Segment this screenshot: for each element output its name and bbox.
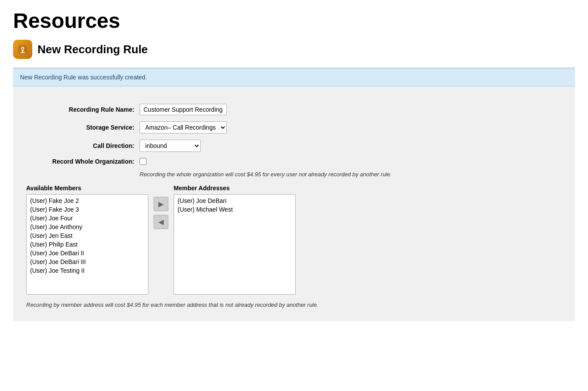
section-header: New Recording Rule xyxy=(13,40,575,59)
call-direction-label: Call Direction: xyxy=(26,142,140,149)
svg-point-5 xyxy=(22,48,23,49)
add-member-button[interactable]: ▶ xyxy=(154,197,168,211)
members-section: Available Members (User) Fake Joe 2 (Use… xyxy=(26,185,562,295)
member-addresses-label: Member Addresses xyxy=(174,185,296,192)
form-section: Recording Rule Name: Storage Service: Am… xyxy=(13,86,575,321)
recording-rule-name-input[interactable] xyxy=(140,104,227,115)
available-members-list[interactable]: (User) Fake Joe 2 (User) Fake Joe 3 (Use… xyxy=(26,194,148,295)
list-item[interactable]: (User) Joe DeBari III xyxy=(27,257,148,266)
transfer-buttons: ▶ ◀ xyxy=(148,197,174,229)
call-direction-row: Call Direction: inbound outbound both xyxy=(26,140,562,152)
list-item[interactable]: (User) Joe Anthony xyxy=(27,223,148,231)
list-item[interactable]: (User) Jen East xyxy=(27,231,148,240)
recording-icon xyxy=(13,40,32,59)
section-title: New Recording Rule xyxy=(38,43,148,56)
members-cost-note: Recording by member address will cost $4… xyxy=(26,302,562,308)
call-direction-select[interactable]: inbound outbound both xyxy=(140,140,201,152)
member-addresses-column: Member Addresses (User) Joe DeBari (User… xyxy=(174,185,296,295)
available-members-column: Available Members (User) Fake Joe 2 (Use… xyxy=(26,185,148,295)
record-whole-org-label: Record Whole Organization: xyxy=(26,158,140,165)
available-members-label: Available Members xyxy=(26,185,148,192)
list-item[interactable]: (User) Michael West xyxy=(174,205,295,214)
list-item[interactable]: (User) Joe Four xyxy=(27,214,148,223)
list-item[interactable]: (User) Philip East xyxy=(27,240,148,249)
page-title: Resources xyxy=(13,9,575,33)
recording-rule-name-row: Recording Rule Name: xyxy=(26,104,562,115)
member-addresses-list[interactable]: (User) Joe DeBari (User) Michael West xyxy=(174,194,296,295)
remove-member-button[interactable]: ◀ xyxy=(154,215,168,229)
recording-rule-name-label: Recording Rule Name: xyxy=(26,106,140,113)
record-whole-org-row: Record Whole Organization: xyxy=(26,158,562,165)
list-item[interactable]: (User) Joe DeBari II xyxy=(27,249,148,257)
storage-service-label: Storage Service: xyxy=(26,124,140,131)
success-message: New Recording Rule was successfully crea… xyxy=(20,74,147,81)
list-item[interactable]: (User) Joe Testing II xyxy=(27,266,148,275)
svg-rect-2 xyxy=(21,50,24,51)
list-item[interactable]: (User) Fake Joe 3 xyxy=(27,205,148,214)
storage-service-select[interactable]: Amazon– Call Recordings Local Storage xyxy=(140,121,227,134)
storage-service-row: Storage Service: Amazon– Call Recordings… xyxy=(26,121,562,134)
org-cost-note: Recording the whole organization will co… xyxy=(140,171,562,178)
list-item[interactable]: (User) Joe DeBari xyxy=(174,196,295,205)
success-banner: New Recording Rule was successfully crea… xyxy=(13,68,575,86)
record-whole-org-checkbox[interactable] xyxy=(140,158,147,165)
list-item[interactable]: (User) Fake Joe 2 xyxy=(27,196,148,205)
